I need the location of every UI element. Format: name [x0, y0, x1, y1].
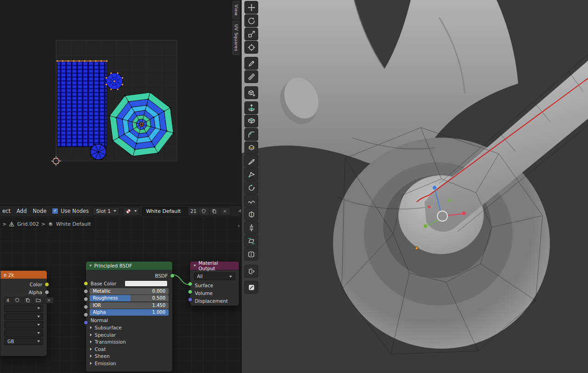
loop-cut-tool-button[interactable] [244, 141, 258, 154]
image-fake-user-button[interactable] [12, 297, 22, 304]
use-nodes-toggle[interactable]: ✓ Use Nodes [52, 208, 89, 214]
image-open-button[interactable] [34, 297, 43, 304]
scale-icon [248, 30, 255, 38]
socket-roughness-input[interactable] [84, 297, 88, 301]
socket-metallic-input[interactable] [84, 289, 88, 294]
chevron-right-icon [90, 334, 92, 336]
object-origin-dot [415, 247, 418, 250]
socket-base-color-input[interactable] [84, 281, 88, 286]
menu-node[interactable]: Node [30, 207, 49, 215]
gizmo-y-handle[interactable] [424, 224, 427, 228]
bsdf-output-row: BSDF [86, 272, 172, 279]
image-projection-select[interactable] [4, 313, 43, 320]
socket-displacement-input[interactable] [188, 297, 192, 302]
knife-tool-button[interactable] [244, 155, 258, 167]
transform-tool-button[interactable] [244, 41, 258, 54]
rotate-tool-button[interactable] [244, 14, 258, 27]
rip-edge-tool-button[interactable] [244, 265, 258, 278]
slot-label: Slot 1 [96, 208, 111, 214]
measure-icon [248, 73, 255, 81]
chevron-down-icon [113, 210, 116, 212]
bevel-tool-button[interactable] [244, 128, 258, 141]
ior-slider[interactable]: IOR 1.450 [90, 302, 169, 309]
menu-add[interactable]: Add [14, 207, 29, 215]
principled-bsdf-header[interactable]: Principled BSDF [86, 262, 172, 270]
material-users-count[interactable]: 21 [188, 207, 199, 216]
socket-volume-input[interactable] [188, 289, 192, 294]
image-extension-select[interactable] [4, 321, 43, 328]
unlink-material-button[interactable] [220, 207, 231, 216]
node-canvas[interactable]: > Grid.002 > White Default ‹ e 2k Color [0, 217, 241, 373]
socket-alpha-input[interactable] [84, 312, 88, 317]
spin-tool-button[interactable] [244, 181, 258, 194]
slide-relax-tool-button[interactable] [244, 281, 258, 294]
socket-ior-input[interactable] [84, 305, 88, 309]
shear-tool-button[interactable] [244, 234, 258, 247]
image-copy-button[interactable] [23, 297, 33, 304]
scale-tool-button[interactable] [244, 28, 258, 40]
principled-bsdf-node[interactable]: Principled BSDF BSDF Base Color Metallic… [85, 261, 173, 372]
breadcrumb-material[interactable]: White Default [56, 221, 91, 227]
material-output-node[interactable]: Material Output All Surface Volume Displ… [190, 261, 239, 306]
socket-surface-input[interactable] [188, 282, 192, 286]
image-alpha-output-row: Alpha [0, 288, 47, 296]
section-sheen[interactable]: Sheen [86, 353, 172, 360]
output-target-select[interactable]: All [194, 273, 235, 280]
image-interpolation-select[interactable] [4, 305, 43, 312]
alpha-slider[interactable]: Alpha 1.000 [90, 309, 169, 316]
collapse-chevron-icon[interactable] [193, 265, 196, 267]
image-source-select[interactable] [4, 329, 43, 337]
gizmo-plane-handle-y[interactable] [448, 199, 451, 202]
shrink-fatten-tool-button[interactable] [244, 221, 258, 234]
gizmo-z-handle[interactable] [433, 186, 436, 189]
new-material-button[interactable] [209, 207, 220, 216]
material-output-header[interactable]: Material Output [190, 262, 239, 270]
sidebar-collapse-arrow[interactable]: ‹ [237, 223, 240, 229]
section-emission[interactable]: Emission [86, 360, 172, 367]
image-texture-node[interactable]: e 2k Color Alpha 4 [0, 270, 47, 356]
base-color-swatch[interactable] [124, 280, 168, 287]
loop-cut-icon [248, 144, 255, 152]
collapse-chevron-icon[interactable] [89, 265, 92, 267]
gizmo-x-handle[interactable] [462, 212, 466, 215]
section-coat[interactable]: Coat [86, 345, 172, 353]
image-texture-node-header[interactable]: e 2k [0, 271, 47, 279]
material-name-field[interactable]: White Default [142, 207, 188, 216]
browse-material-dropdown[interactable] [123, 207, 139, 216]
gizmo-plane-handle-x[interactable] [428, 206, 430, 208]
image-users-count[interactable]: 4 [4, 297, 11, 304]
annotate-tool-button[interactable] [244, 57, 258, 70]
section-label: Specular [95, 332, 116, 338]
uv-sidebar-tab-uv-squares[interactable]: UV Squares [232, 21, 240, 55]
extrude-region-tool-button[interactable] [244, 101, 258, 114]
uv-island-grid-rect[interactable] [57, 60, 108, 147]
section-subsurface[interactable]: Subsurface [86, 324, 172, 332]
roughness-slider[interactable]: Roughness 0.500 [90, 295, 169, 301]
material-slot-dropdown[interactable]: Slot 1 [93, 207, 119, 216]
3d-viewport-canvas[interactable] [242, 0, 588, 373]
poly-build-tool-button[interactable] [244, 168, 258, 181]
add-cube-icon [248, 89, 255, 97]
uv-canvas[interactable] [0, 0, 241, 205]
rip-region-tool-button[interactable] [244, 248, 258, 261]
uv-sidebar-tab-view[interactable]: View [232, 1, 240, 19]
edge-slide-tool-button[interactable] [244, 208, 258, 221]
socket-bsdf-output[interactable] [170, 273, 175, 278]
socket-alpha-output[interactable] [45, 290, 49, 295]
metallic-value: 0.000 [152, 289, 165, 294]
image-colorspace-select[interactable]: GB [4, 338, 43, 345]
move-tool-button[interactable] [244, 1, 258, 14]
breadcrumb-object[interactable]: Grid.002 [17, 221, 39, 227]
section-transmission[interactable]: Transmission [86, 339, 172, 346]
smooth-tool-button[interactable] [244, 195, 258, 207]
image-unlink-button[interactable] [44, 297, 54, 304]
menu-select[interactable]: ect [0, 207, 13, 215]
inset-faces-tool-button[interactable] [244, 115, 258, 128]
measure-tool-button[interactable] [244, 70, 258, 83]
add-cube-tool-button[interactable] [244, 86, 258, 99]
section-specular[interactable]: Specular [86, 331, 172, 339]
metallic-slider[interactable]: Metallic 0.000 [90, 288, 169, 295]
fake-user-button[interactable] [198, 207, 209, 216]
socket-color-output[interactable] [45, 282, 49, 287]
socket-normal-input[interactable] [84, 320, 88, 325]
